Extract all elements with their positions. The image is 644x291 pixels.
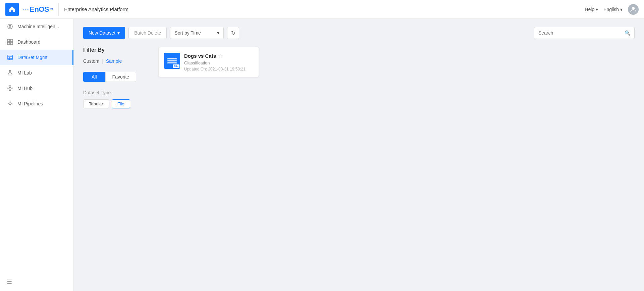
sidebar-item-mi-hub[interactable]: MI Hub — [0, 81, 73, 96]
new-dataset-button[interactable]: New Dataset ▾ — [83, 27, 125, 39]
card-title: Dogs vs Cats — [184, 53, 216, 59]
card-icon-tag: File — [173, 64, 179, 68]
dataset-card[interactable]: File Dogs vs Cats ☆ Classification Updat… — [158, 47, 259, 77]
refresh-button[interactable]: ↻ — [227, 27, 239, 39]
main-content: New Dataset ▾ Batch Delete Sort by Time … — [74, 19, 644, 291]
card-icon-lines — [167, 58, 177, 63]
svg-rect-2 — [7, 39, 10, 42]
filter-tab-custom[interactable]: Custom — [83, 58, 99, 64]
dataset-cards-area: File Dogs vs Cats ☆ Classification Updat… — [158, 47, 635, 108]
logo-text: EnOS — [30, 5, 49, 14]
card-icon-line — [167, 58, 177, 59]
svg-rect-6 — [8, 55, 12, 60]
svg-rect-5 — [10, 42, 13, 45]
svg-point-0 — [632, 7, 635, 10]
view-filter-buttons: All Favorite — [83, 72, 150, 82]
card-icon-line — [167, 60, 177, 61]
sidebar-item-label: Machine Intelligen... — [17, 24, 59, 29]
card-title-row: Dogs vs Cats ☆ — [184, 53, 253, 59]
toolbar: New Dataset ▾ Batch Delete Sort by Time … — [83, 27, 635, 39]
search-icon: 🔍 — [625, 30, 630, 36]
sidebar-collapse-btn[interactable]: ☰ — [0, 273, 73, 291]
svg-point-13 — [10, 90, 11, 91]
search-input[interactable] — [538, 30, 625, 36]
type-file-button[interactable]: File — [112, 99, 130, 108]
sidebar-item-mi-pipelines[interactable]: MI Pipelines — [0, 96, 73, 111]
dataset-icon — [7, 54, 13, 61]
logo-dots: ··· — [23, 5, 29, 14]
avatar[interactable] — [628, 4, 639, 15]
card-icon-line — [167, 62, 177, 63]
filter-title: Filter By — [83, 47, 150, 53]
collapse-icon: ☰ — [7, 279, 12, 285]
chevron-down-icon: ▾ — [596, 7, 598, 12]
content-area: Filter By Custom | Sample All Favorite D… — [83, 47, 635, 108]
brain-icon — [7, 23, 13, 30]
view-all-button[interactable]: All — [83, 72, 105, 82]
header-right: Help ▾ English ▾ — [585, 4, 639, 15]
card-updated: Updated On: 2021-03-31 19:50:21 — [184, 67, 253, 71]
hub-icon — [7, 85, 13, 92]
card-type: Classification — [184, 60, 253, 65]
sidebar-item-machine-intelligence[interactable]: Machine Intelligen... — [0, 19, 73, 34]
sidebar-item-label: MI Hub — [17, 86, 33, 91]
filter-tab-sample[interactable]: Sample — [106, 58, 122, 64]
sidebar-item-dashboard[interactable]: Dashboard — [0, 34, 73, 50]
platform-title: Enterprise Analytics Platform — [64, 6, 128, 12]
sidebar: Machine Intelligen... Dashboard — [0, 19, 74, 291]
type-tabular-button[interactable]: Tabular — [83, 99, 109, 108]
logo-area: ··· EnOS ™ — [5, 3, 59, 16]
dashboard-icon — [7, 39, 13, 45]
svg-point-11 — [9, 87, 11, 89]
sidebar-item-label: Dashboard — [17, 39, 41, 45]
batch-delete-button[interactable]: Batch Delete — [128, 27, 167, 39]
chevron-down-icon: ▾ — [217, 30, 219, 36]
chevron-down-icon: ▾ — [117, 30, 120, 36]
svg-point-12 — [10, 86, 11, 87]
home-icon[interactable] — [5, 3, 19, 16]
sidebar-item-label: MI Lab — [17, 70, 32, 76]
svg-rect-4 — [7, 42, 10, 45]
logo-tm: ™ — [49, 7, 53, 11]
sidebar-item-label: DataSet Mgmt — [17, 55, 47, 60]
sort-select[interactable]: Sort by Time ▾ — [170, 27, 224, 39]
filter-divider: | — [102, 58, 103, 64]
pipelines-icon — [7, 100, 13, 107]
card-icon: File — [164, 53, 180, 69]
card-info: Dogs vs Cats ☆ Classification Updated On… — [184, 53, 253, 71]
svg-point-15 — [12, 88, 13, 89]
search-box: 🔍 — [534, 27, 635, 39]
view-favorite-button[interactable]: Favorite — [105, 72, 137, 82]
main-layout: Machine Intelligen... Dashboard — [0, 0, 644, 291]
help-menu[interactable]: Help ▾ — [585, 7, 598, 12]
refresh-icon: ↻ — [231, 30, 235, 36]
svg-point-20 — [9, 103, 11, 105]
dataset-type-label: Dataset Type — [83, 90, 150, 95]
sidebar-item-mi-lab[interactable]: MI Lab — [0, 65, 73, 81]
svg-point-14 — [7, 88, 8, 89]
type-buttons: Tabular File — [83, 99, 150, 108]
lab-icon — [7, 69, 13, 76]
chevron-down-icon: ▾ — [620, 7, 623, 12]
svg-rect-3 — [10, 39, 13, 42]
star-icon[interactable]: ☆ — [218, 53, 223, 59]
top-header: ··· EnOS ™ Enterprise Analytics Platform… — [0, 0, 644, 19]
sidebar-item-dataset-mgmt[interactable]: DataSet Mgmt — [0, 50, 73, 65]
language-selector[interactable]: English ▾ — [603, 7, 623, 12]
filter-tabs: Custom | Sample — [83, 58, 150, 64]
filter-panel: Filter By Custom | Sample All Favorite D… — [83, 47, 150, 108]
sidebar-item-label: MI Pipelines — [17, 101, 43, 106]
